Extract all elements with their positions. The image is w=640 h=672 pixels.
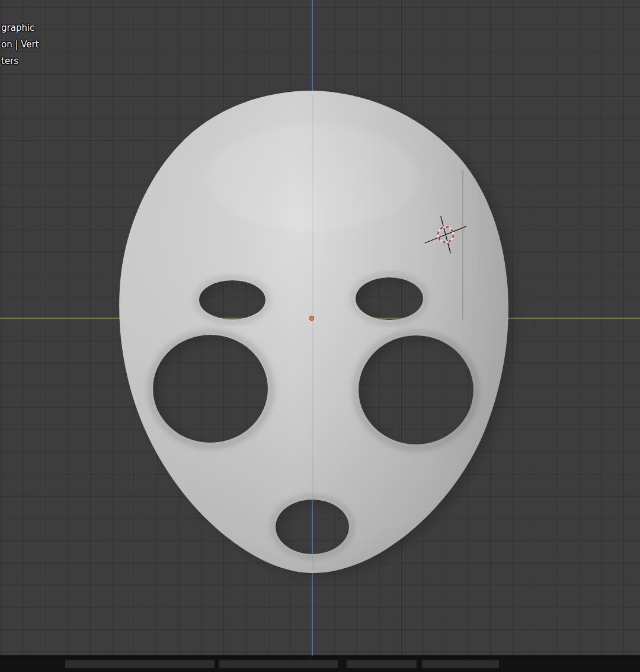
viewport-collection-label: on | Vert (1, 36, 39, 53)
viewport-info-overlay: graphic on | Vert ters (1, 20, 39, 69)
timeline-segment[interactable] (219, 660, 338, 668)
viewport-view-label: graphic (1, 20, 39, 36)
viewport-units-label: ters (1, 53, 39, 69)
timeline-segment[interactable] (422, 660, 499, 668)
timeline-segment[interactable] (65, 660, 215, 668)
scene-canvas[interactable] (0, 0, 640, 672)
object-origin-point (309, 316, 313, 320)
mask-model[interactable] (119, 91, 508, 573)
timeline-strip[interactable] (0, 655, 640, 672)
3d-viewport[interactable]: graphic on | Vert ters (0, 0, 640, 672)
timeline-segment[interactable] (347, 660, 417, 668)
